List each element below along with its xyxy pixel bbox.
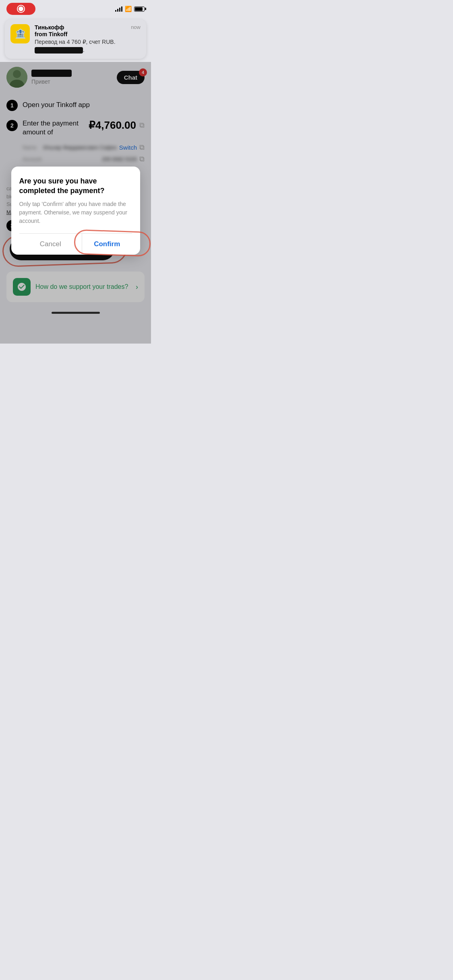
status-bar-right: 📶 — [115, 6, 145, 12]
dialog-actions: Cancel Confirm — [19, 233, 132, 255]
notification-banner[interactable]: 🏦 Тинькофф now from Tinkoff Перевод на 4… — [5, 19, 146, 59]
record-indicator — [6, 3, 35, 15]
main-content: Привет Chat 4 1 Open your Tinkoff app 2 … — [0, 62, 151, 344]
confirm-dialog: Are you sure you have completed the paym… — [11, 167, 140, 255]
notification-content: Тинькофф now from Tinkoff Перевод на 4 7… — [35, 24, 141, 54]
redacted-account — [35, 47, 83, 54]
tinkoff-icon: 🏦 — [10, 24, 30, 43]
status-bar-left — [6, 3, 35, 15]
notification-app-name: Тинькофф — [35, 24, 64, 31]
notification-sender: from Tinkoff — [35, 31, 141, 37]
notification-time: now — [131, 24, 141, 30]
dialog-body: Only tap 'Confirm' after you have made t… — [19, 200, 132, 225]
signal-icon — [115, 6, 122, 12]
notification-header: Тинькофф now — [35, 24, 141, 31]
record-dot — [18, 6, 24, 12]
dialog-title: Are you sure you have completed the paym… — [19, 176, 132, 196]
battery-icon — [134, 6, 145, 12]
confirm-button[interactable]: Confirm — [82, 234, 132, 255]
dialog-overlay: Are you sure you have completed the paym… — [0, 62, 151, 344]
confirm-button-wrap: Confirm — [82, 234, 132, 255]
wifi-icon: 📶 — [125, 6, 132, 12]
status-bar: 📶 — [0, 0, 151, 18]
cancel-button[interactable]: Cancel — [19, 234, 83, 255]
notification-text: Перевод на 4 760 ₽, счет RUB. . — [35, 38, 141, 54]
